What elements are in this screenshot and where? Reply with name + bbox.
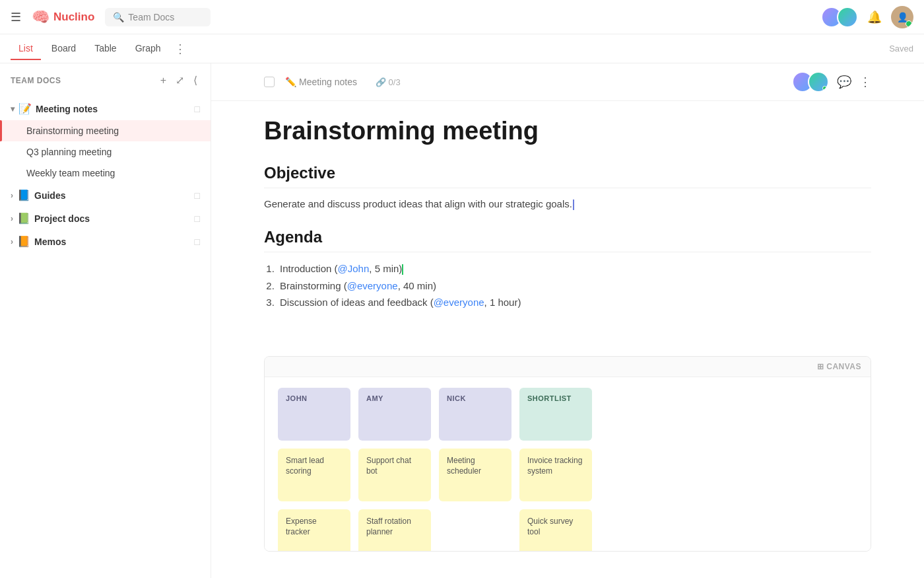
mention-john: @John [338,263,370,274]
sidebar-group-header-project-docs[interactable]: › 📗 Project docs □ [0,207,211,230]
sidebar-expand-btn[interactable]: ⤢ [173,73,187,88]
card-support-chat-bot[interactable]: Support chat bot [358,449,431,501]
search-text: Team Docs [128,12,174,22]
content-body: Brainstorming meeting Objective Generate… [211,101,924,356]
sidebar-group-meeting-notes: ▾ 📝 Meeting notes □ Brainstorming meetin… [0,97,211,184]
agenda-list: Introduction (@John, 5 min) Brainstormin… [264,260,871,311]
canvas-label: ⊞ CANVAS [817,362,861,371]
canvas-header: ⊞ CANVAS [265,357,871,377]
guides-checkbox: □ [195,190,200,201]
more-options-btn[interactable]: ⋮ [859,71,871,92]
sidebar-group-header-meeting-notes[interactable]: ▾ 📝 Meeting notes □ [0,97,211,120]
cursor-1 [402,264,403,275]
project-docs-label: Project docs [34,213,90,224]
agenda-item-1: Introduction (@John, 5 min) [277,260,871,277]
sidebar: TEAM DOCS + ⤢ ⟨ ▾ 📝 Meeting notes □ Brai… [0,63,211,578]
weekly-label: Weekly team meeting [26,168,115,178]
breadcrumb-label: Meeting notes [299,77,357,87]
saved-label: Saved [889,44,913,54]
bell-icon[interactable]: 🔔 [867,10,882,24]
tab-list[interactable]: List [11,38,41,60]
sidebar-header: TEAM DOCS + ⤢ ⟨ [0,63,211,97]
mention-everyone-2: @everyone [434,297,484,308]
avatar-group [821,7,858,28]
chevron-right-icon-2: › [11,214,13,223]
sidebar-add-btn[interactable]: + [158,73,169,88]
avatar-user2[interactable] [837,7,858,28]
chevron-right-icon: › [11,191,13,200]
logo-icon: 🧠 [32,9,50,26]
card-meeting-scheduler[interactable]: Meeting scheduler [439,449,512,501]
chevron-down-icon: ▾ [11,104,15,114]
guides-label: Guides [34,190,65,201]
progress-icon: 🔗 [376,77,386,87]
meeting-notes-icon: 📝 [18,102,32,115]
content-actions: 💬 ⋮ [792,71,871,92]
search-icon: 🔍 [113,12,124,22]
sidebar-group-memos: › 📙 Memos □ [0,230,211,253]
comment-btn[interactable]: 💬 [837,71,851,92]
text-cursor [573,199,574,210]
hamburger-icon[interactable]: ☰ [11,10,21,24]
logo-text: Nuclino [53,11,94,24]
sidebar-group-header-memos[interactable]: › 📙 Memos □ [0,230,211,253]
search-bar[interactable]: 🔍 Team Docs [105,8,211,26]
canvas-grid: JOHN AMY NICK SHORTLIST Smart lead scori… [265,377,871,552]
agenda-item-3: Discussion of ideas and feedback (@every… [277,294,871,311]
agenda-heading: Agenda [264,228,871,252]
project-docs-icon: 📗 [17,212,30,225]
card-quick-survey[interactable]: Quick survey tool [519,509,592,552]
objective-heading: Objective [264,164,871,188]
sidebar-item-weekly[interactable]: Weekly team meeting [0,163,211,184]
sidebar-collapse-btn[interactable]: ⟨ [191,73,200,88]
view-tabs: List Board Table Graph ⋮ Saved [0,34,924,63]
col-amy: AMY [358,388,431,441]
doc-checkbox[interactable] [264,77,275,87]
q3-planning-label: Q3 planning meeting [26,147,112,157]
avatar-initials: 👤 [897,12,908,22]
content-topbar: ✏️ Meeting notes 🔗 0/3 💬 ⋮ [211,63,924,101]
chevron-right-icon-3: › [11,237,13,246]
meeting-notes-label: Meeting notes [36,104,98,114]
sidebar-group-guides: › 📘 Guides □ [0,184,211,207]
doc-title: Brainstorming meeting [264,117,871,145]
objective-text: Generate and discuss product ideas that … [264,196,871,212]
sidebar-group-project-docs: › 📗 Project docs □ [0,207,211,230]
card-staff-rotation[interactable]: Staff rotation planner [358,509,431,552]
user-avatar[interactable]: 👤 [891,6,913,28]
card-smart-lead-scoring[interactable]: Smart lead scoring [278,449,350,501]
project-docs-checkbox: □ [195,213,200,224]
content-avatar-group [792,71,829,92]
meeting-notes-checkbox: □ [195,104,200,114]
progress-info: 🔗 0/3 [376,77,401,87]
topbar-right: 🔔 👤 [821,6,913,28]
progress-text: 0/3 [389,77,401,87]
canvas-container: ⊞ CANVAS JOHN AMY NICK SHORTLIST Smart l… [264,356,871,552]
card-expense-tracker[interactable]: Expense tracker [278,509,350,552]
breadcrumb-icon: ✏️ [285,77,296,87]
sidebar-actions: + ⤢ ⟨ [158,73,200,88]
mention-everyone-1: @everyone [347,280,398,291]
tab-board[interactable]: Board [44,38,84,60]
col-john: JOHN [278,388,350,441]
canvas-icon: ⊞ [817,362,824,371]
main-layout: TEAM DOCS + ⤢ ⟨ ▾ 📝 Meeting notes □ Brai… [0,63,924,578]
col-nick: NICK [439,388,512,441]
tab-table[interactable]: Table [86,38,124,60]
memos-icon: 📙 [17,235,30,248]
sidebar-group-header-guides[interactable]: › 📘 Guides □ [0,184,211,207]
sidebar-item-q3-planning[interactable]: Q3 planning meeting [0,141,211,163]
content-avatar-2[interactable] [808,71,829,92]
card-invoice-tracking[interactable]: Invoice tracking system [519,449,592,501]
tabs-more-icon[interactable]: ⋮ [174,42,186,56]
memos-label: Memos [34,236,66,247]
tab-graph[interactable]: Graph [127,38,169,60]
brainstorming-label: Brainstorming meeting [26,126,119,136]
content-area: ✏️ Meeting notes 🔗 0/3 💬 ⋮ Brainstorm [211,63,924,578]
logo[interactable]: 🧠 Nuclino [32,9,94,26]
agenda-item-2: Brainstorming (@everyone, 40 min) [277,277,871,295]
card-empty [439,509,512,552]
col-shortlist: SHORTLIST [519,388,592,441]
memos-checkbox: □ [195,236,200,247]
sidebar-item-brainstorming[interactable]: Brainstorming meeting [0,120,211,141]
